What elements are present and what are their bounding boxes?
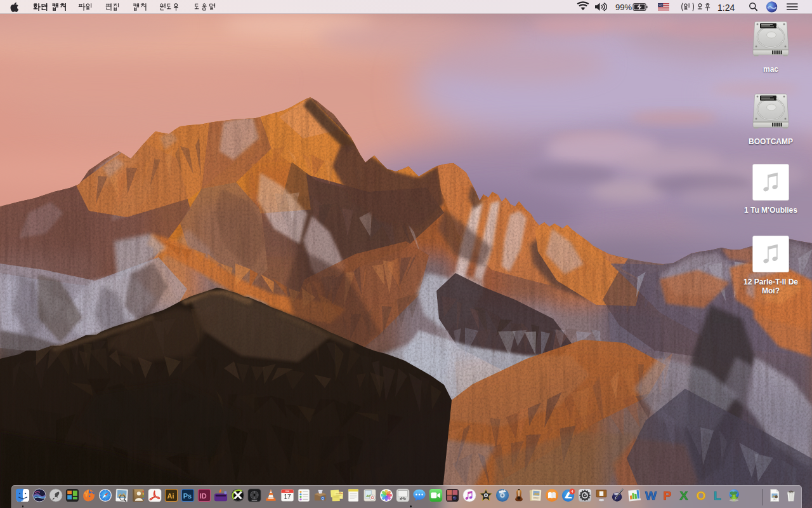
svg-text:17: 17 bbox=[284, 493, 291, 500]
svg-text:1:24: 1:24 bbox=[717, 3, 735, 13]
svg-text:6월: 6월 bbox=[285, 490, 289, 493]
svg-text:Q: Q bbox=[321, 496, 324, 500]
svg-text:P: P bbox=[664, 489, 672, 502]
svg-text:Plan: Plan bbox=[339, 492, 343, 495]
svg-text:L: L bbox=[714, 489, 721, 502]
svg-text:JPG: JPG bbox=[773, 498, 776, 501]
svg-text:X: X bbox=[680, 489, 688, 502]
svg-text:ID: ID bbox=[200, 491, 207, 499]
svg-text:W: W bbox=[645, 489, 657, 502]
svg-text:Ps: Ps bbox=[183, 491, 192, 499]
svg-text:Ai: Ai bbox=[167, 491, 174, 499]
svg-text:O: O bbox=[696, 489, 705, 502]
svg-text:99%: 99% bbox=[615, 3, 632, 12]
